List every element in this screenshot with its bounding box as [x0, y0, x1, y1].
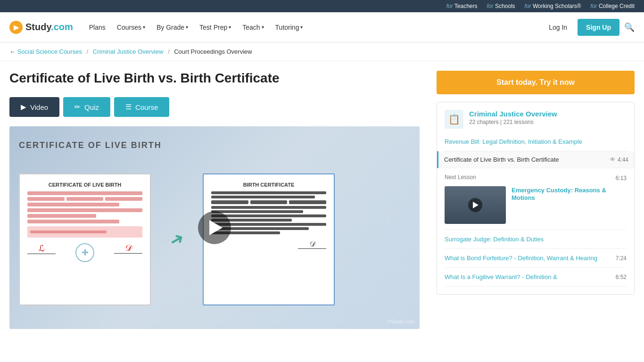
next-lesson-duration: 6:13 [616, 175, 627, 181]
course-icon: 📋 [445, 110, 463, 129]
lesson-duration-current: 👁 4:44 [610, 156, 628, 163]
topbar-item-teachers[interactable]: for Teachers [446, 3, 478, 9]
page-title: Certificate of Live Birth vs. Birth Cert… [9, 71, 427, 86]
next-lesson-title-link[interactable]: Emergency Custody: Reasons & Motions [512, 187, 606, 201]
lesson-link-fugitive[interactable]: What Is a Fugitive Warrant? - Definition… [445, 273, 557, 280]
logo-icon: ▶ [9, 21, 23, 34]
watermark: ©Study.com [387, 319, 415, 324]
nav-plans[interactable]: Plans [84, 20, 110, 35]
cert-right-title: BIRTH CERTIFICATE [211, 182, 326, 188]
breadcrumb-criminal-justice[interactable]: Criminal Justice Overview [93, 48, 164, 55]
lesson-link-bond[interactable]: What is Bond Forfeiture? - Definition, W… [445, 255, 597, 262]
breadcrumb-current: Court Proceedings Overview [174, 48, 252, 55]
tab-quiz[interactable]: ✏ Quiz [63, 97, 110, 117]
lesson-item-fugitive: What Is a Fugitive Warrant? - Definition… [445, 268, 627, 287]
next-lesson-container: Emergency Custody: Reasons & Motions [445, 186, 627, 224]
tab-video[interactable]: ▶ Video [9, 97, 59, 117]
nav-tutoring[interactable]: Tutoring ▾ [271, 20, 308, 35]
thumb-play-button[interactable] [468, 198, 482, 212]
back-arrow-icon: ← [9, 48, 16, 55]
nav-right: Log In Sign Up 🔍 [543, 19, 635, 36]
play-button[interactable] [198, 211, 231, 244]
list-icon: ☰ [125, 103, 132, 111]
nav-teach[interactable]: Teach ▾ [238, 20, 268, 35]
cta-button[interactable]: Start today. Try it now [437, 71, 635, 94]
signup-button[interactable]: Sign Up [578, 19, 619, 36]
sidebar: Start today. Try it now 📋 Criminal Justi… [437, 71, 635, 329]
nav-courses[interactable]: Courses ▾ [112, 20, 150, 35]
nav-links: Plans Courses ▾ By Grade ▾ Test Prep ▾ T… [84, 20, 308, 35]
login-button[interactable]: Log In [543, 20, 573, 35]
lesson-duration-bond: 7:24 [616, 255, 627, 262]
video-icon: ▶ [21, 103, 26, 111]
eye-icon: 👁 [610, 156, 616, 163]
logo[interactable]: ▶ Study.com [9, 21, 73, 34]
lesson-link-surrogate[interactable]: Surrogate Judge: Definition & Duties [445, 236, 544, 243]
topbar-item-schools[interactable]: for Schools [487, 3, 515, 9]
nav-left: ▶ Study.com Plans Courses ▾ By Grade ▾ T… [9, 20, 307, 35]
lesson-item-revenue: Revenue Bill: Legal Definition, Initiati… [445, 132, 627, 151]
course-title-link[interactable]: Criminal Justice Overview [469, 110, 557, 118]
main-nav: ▶ Study.com Plans Courses ▾ By Grade ▾ T… [0, 12, 644, 42]
arrow-icon: ➜ [166, 227, 188, 251]
play-triangle-icon [209, 220, 223, 235]
breadcrumb-social-science[interactable]: Social Science Courses [17, 48, 82, 55]
breadcrumb: ← Social Science Courses / Criminal Just… [0, 42, 644, 61]
course-meta: 22 chapters | 221 lessons [469, 119, 557, 125]
logo-text: Study.com [25, 22, 73, 33]
video-background: CERTIFICATE OF LIVE BIRTH CERTIFICATE OF… [9, 126, 420, 329]
lesson-item-next-label: Next Lesson 6:13 [445, 168, 627, 230]
lesson-item-bond: What is Bond Forfeiture? - Definition, W… [445, 249, 627, 268]
top-bar: for Teachers for Schools for Working Sch… [0, 0, 644, 12]
tab-buttons: ▶ Video ✏ Quiz ☰ Course [9, 97, 427, 117]
lesson-title-current: Certificate of Live Birth vs. Birth Cert… [444, 156, 559, 163]
lesson-item-surrogate: Surrogate Judge: Definition & Duties [445, 230, 627, 249]
next-lesson-thumbnail[interactable] [445, 186, 506, 224]
pencil-icon: ✏ [74, 103, 81, 111]
next-lesson-label: Next Lesson [445, 174, 476, 181]
course-box-header: 📋 Criminal Justice Overview 22 chapters … [445, 110, 627, 129]
topbar-item-college-credit[interactable]: for College Credit [591, 3, 635, 9]
search-button[interactable]: 🔍 [624, 22, 635, 33]
topbar-item-working-scholars[interactable]: for Working Scholars® [525, 3, 581, 9]
video-player[interactable]: CERTIFICATE OF LIVE BIRTH CERTIFICATE OF… [9, 126, 420, 329]
tab-course[interactable]: ☰ Course [114, 97, 169, 117]
lesson-item-current: Certificate of Live Birth vs. Birth Cert… [437, 151, 634, 168]
nav-by-grade[interactable]: By Grade ▾ [152, 20, 193, 35]
lesson-link-revenue[interactable]: Revenue Bill: Legal Definition, Initiati… [445, 138, 582, 145]
main-container: Certificate of Live Birth vs. Birth Cert… [0, 61, 644, 338]
nav-test-prep[interactable]: Test Prep ▾ [195, 20, 236, 35]
cert-left: CERTIFICATE OF LIVE BIRTH [19, 173, 151, 305]
course-box: 📋 Criminal Justice Overview 22 chapters … [437, 102, 635, 295]
lesson-duration-fugitive: 6:52 [616, 274, 627, 280]
content-area: Certificate of Live Birth vs. Birth Cert… [9, 71, 427, 329]
cert-left-title: CERTIFICATE OF LIVE BIRTH [27, 182, 142, 188]
